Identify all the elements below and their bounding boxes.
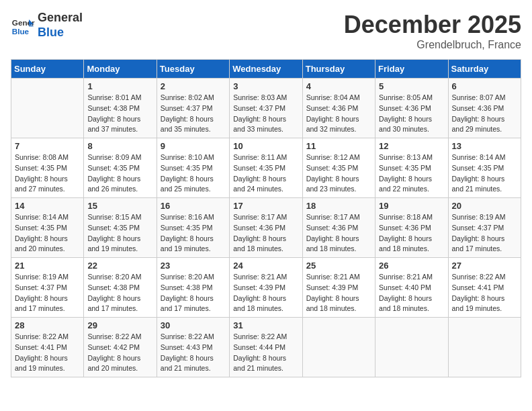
day-number: 21 (15, 261, 80, 271)
day-number: 19 (379, 201, 444, 211)
day-info: Sunrise: 8:08 AMSunset: 4:35 PMDaylight:… (15, 152, 80, 195)
day-number: 30 (161, 320, 226, 330)
day-number: 25 (306, 261, 371, 271)
day-number: 12 (379, 141, 444, 151)
logo-blue: Blue (38, 26, 83, 40)
day-number: 9 (161, 141, 226, 151)
day-number: 23 (161, 261, 226, 271)
weekday-header-thursday: Thursday (302, 60, 375, 79)
day-number: 8 (87, 141, 152, 151)
day-number: 18 (306, 201, 371, 211)
week-row-2: 7Sunrise: 8:08 AMSunset: 4:35 PMDaylight… (11, 138, 521, 198)
day-number: 7 (15, 141, 80, 151)
day-info: Sunrise: 8:16 AMSunset: 4:35 PMDaylight:… (161, 212, 226, 255)
day-info: Sunrise: 8:21 AMSunset: 4:39 PMDaylight:… (233, 272, 298, 314)
day-info: Sunrise: 8:22 AMSunset: 4:41 PMDaylight:… (452, 272, 517, 314)
day-info: Sunrise: 8:12 AMSunset: 4:35 PMDaylight:… (306, 152, 371, 195)
calendar-cell: 14Sunrise: 8:14 AMSunset: 4:35 PMDayligh… (11, 198, 84, 258)
weekday-header-sunday: Sunday (11, 60, 84, 79)
calendar-cell: 29Sunrise: 8:22 AMSunset: 4:42 PMDayligh… (84, 318, 157, 377)
calendar-cell: 17Sunrise: 8:17 AMSunset: 4:36 PMDayligh… (230, 198, 302, 258)
title-block: December 2025 Grendelbruch, France (344, 11, 521, 51)
calendar-cell: 9Sunrise: 8:10 AMSunset: 4:35 PMDaylight… (157, 138, 229, 198)
calendar-cell: 11Sunrise: 8:12 AMSunset: 4:35 PMDayligh… (302, 138, 375, 198)
logo: General Blue General Blue (11, 11, 83, 40)
calendar-table: SundayMondayTuesdayWednesdayThursdayFrid… (11, 59, 521, 377)
calendar-cell: 26Sunrise: 8:21 AMSunset: 4:40 PMDayligh… (375, 258, 448, 318)
week-row-4: 21Sunrise: 8:19 AMSunset: 4:37 PMDayligh… (11, 258, 521, 318)
weekday-header-wednesday: Wednesday (230, 60, 302, 79)
day-number: 3 (233, 81, 298, 91)
calendar-cell: 23Sunrise: 8:20 AMSunset: 4:38 PMDayligh… (157, 258, 229, 318)
calendar-cell (448, 318, 521, 377)
day-info: Sunrise: 8:01 AMSunset: 4:38 PMDaylight:… (87, 93, 152, 135)
day-number: 5 (379, 81, 444, 91)
calendar-cell: 3Sunrise: 8:03 AMSunset: 4:37 PMDaylight… (230, 79, 302, 138)
day-number: 17 (233, 201, 298, 211)
day-info: Sunrise: 8:19 AMSunset: 4:37 PMDaylight:… (452, 212, 517, 255)
calendar-cell: 22Sunrise: 8:20 AMSunset: 4:38 PMDayligh… (84, 258, 157, 318)
day-info: Sunrise: 8:10 AMSunset: 4:35 PMDaylight:… (161, 152, 226, 195)
day-number: 27 (452, 261, 517, 271)
day-number: 14 (15, 201, 80, 211)
day-info: Sunrise: 8:13 AMSunset: 4:35 PMDaylight:… (379, 152, 444, 195)
day-info: Sunrise: 8:22 AMSunset: 4:43 PMDaylight:… (161, 332, 226, 374)
day-info: Sunrise: 8:17 AMSunset: 4:36 PMDaylight:… (233, 212, 298, 255)
calendar-cell: 15Sunrise: 8:15 AMSunset: 4:35 PMDayligh… (84, 198, 157, 258)
day-info: Sunrise: 8:18 AMSunset: 4:36 PMDaylight:… (379, 212, 444, 255)
day-info: Sunrise: 8:03 AMSunset: 4:37 PMDaylight:… (233, 93, 298, 135)
day-number: 11 (306, 141, 371, 151)
day-number: 24 (233, 261, 298, 271)
day-info: Sunrise: 8:19 AMSunset: 4:37 PMDaylight:… (15, 272, 80, 314)
day-number: 31 (233, 320, 298, 330)
calendar-cell: 28Sunrise: 8:22 AMSunset: 4:41 PMDayligh… (11, 318, 84, 377)
calendar-cell: 6Sunrise: 8:07 AMSunset: 4:36 PMDaylight… (448, 79, 521, 138)
day-info: Sunrise: 8:22 AMSunset: 4:41 PMDaylight:… (15, 332, 80, 374)
calendar-cell: 13Sunrise: 8:14 AMSunset: 4:35 PMDayligh… (448, 138, 521, 198)
day-info: Sunrise: 8:20 AMSunset: 4:38 PMDaylight:… (161, 272, 226, 314)
day-info: Sunrise: 8:22 AMSunset: 4:44 PMDaylight:… (233, 332, 298, 374)
calendar-cell (302, 318, 375, 377)
svg-text:Blue: Blue (12, 26, 30, 35)
day-info: Sunrise: 8:21 AMSunset: 4:40 PMDaylight:… (379, 272, 444, 314)
month-title: December 2025 (344, 11, 521, 39)
weekday-header-row: SundayMondayTuesdayWednesdayThursdayFrid… (11, 60, 521, 79)
day-number: 2 (161, 81, 226, 91)
calendar-cell: 27Sunrise: 8:22 AMSunset: 4:41 PMDayligh… (448, 258, 521, 318)
calendar-cell: 18Sunrise: 8:17 AMSunset: 4:36 PMDayligh… (302, 198, 375, 258)
day-number: 6 (452, 81, 517, 91)
calendar-cell: 7Sunrise: 8:08 AMSunset: 4:35 PMDaylight… (11, 138, 84, 198)
day-info: Sunrise: 8:20 AMSunset: 4:38 PMDaylight:… (87, 272, 152, 314)
day-number: 20 (452, 201, 517, 211)
day-info: Sunrise: 8:04 AMSunset: 4:36 PMDaylight:… (306, 93, 371, 135)
day-info: Sunrise: 8:07 AMSunset: 4:36 PMDaylight:… (452, 93, 517, 135)
day-number: 16 (161, 201, 226, 211)
calendar-cell: 31Sunrise: 8:22 AMSunset: 4:44 PMDayligh… (230, 318, 302, 377)
calendar-cell (375, 318, 448, 377)
day-number: 28 (15, 320, 80, 330)
weekday-header-tuesday: Tuesday (157, 60, 229, 79)
calendar-cell: 30Sunrise: 8:22 AMSunset: 4:43 PMDayligh… (157, 318, 229, 377)
day-number: 15 (87, 201, 152, 211)
location: Grendelbruch, France (344, 39, 521, 51)
week-row-3: 14Sunrise: 8:14 AMSunset: 4:35 PMDayligh… (11, 198, 521, 258)
day-number: 4 (306, 81, 371, 91)
calendar-cell: 25Sunrise: 8:21 AMSunset: 4:39 PMDayligh… (302, 258, 375, 318)
day-info: Sunrise: 8:02 AMSunset: 4:37 PMDaylight:… (161, 93, 226, 135)
week-row-5: 28Sunrise: 8:22 AMSunset: 4:41 PMDayligh… (11, 318, 521, 377)
page-header: General Blue General Blue December 2025 … (11, 11, 521, 51)
calendar-cell: 1Sunrise: 8:01 AMSunset: 4:38 PMDaylight… (84, 79, 157, 138)
calendar-cell: 16Sunrise: 8:16 AMSunset: 4:35 PMDayligh… (157, 198, 229, 258)
calendar-cell: 19Sunrise: 8:18 AMSunset: 4:36 PMDayligh… (375, 198, 448, 258)
day-info: Sunrise: 8:22 AMSunset: 4:42 PMDaylight:… (87, 332, 152, 374)
calendar-body: 1Sunrise: 8:01 AMSunset: 4:38 PMDaylight… (11, 79, 521, 377)
day-number: 26 (379, 261, 444, 271)
day-number: 10 (233, 141, 298, 151)
day-info: Sunrise: 8:17 AMSunset: 4:36 PMDaylight:… (306, 212, 371, 255)
day-info: Sunrise: 8:14 AMSunset: 4:35 PMDaylight:… (15, 212, 80, 255)
calendar-cell: 20Sunrise: 8:19 AMSunset: 4:37 PMDayligh… (448, 198, 521, 258)
weekday-header-friday: Friday (375, 60, 448, 79)
logo-general: General (38, 11, 83, 26)
calendar-cell: 21Sunrise: 8:19 AMSunset: 4:37 PMDayligh… (11, 258, 84, 318)
calendar-cell: 5Sunrise: 8:05 AMSunset: 4:36 PMDaylight… (375, 79, 448, 138)
